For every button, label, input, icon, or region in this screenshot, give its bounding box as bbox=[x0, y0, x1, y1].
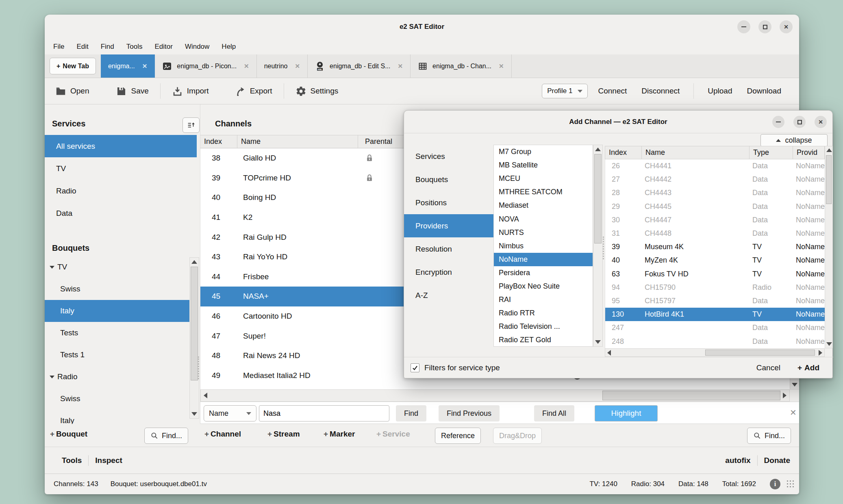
download-button[interactable]: Download bbox=[740, 87, 789, 96]
bouquet-italy-radio[interactable]: Italy bbox=[45, 410, 189, 424]
list-item-selected[interactable]: NoName bbox=[494, 253, 593, 266]
tab-close-icon[interactable]: ✕ bbox=[398, 63, 403, 70]
menu-tools[interactable]: Tools bbox=[120, 39, 149, 54]
dialog-table-vscrollbar[interactable] bbox=[825, 146, 833, 348]
add-channel-button[interactable]: +Channel bbox=[204, 430, 241, 439]
list-item[interactable]: Persidera bbox=[494, 266, 593, 280]
list-item[interactable]: Nimbus bbox=[494, 239, 593, 253]
list-item[interactable]: RAI bbox=[494, 293, 593, 306]
find-all-button[interactable]: Find All bbox=[534, 405, 574, 421]
list-item[interactable]: MB Satellite bbox=[494, 159, 593, 172]
table-row[interactable]: 27CH4442DataNoName bbox=[605, 173, 825, 186]
sidebar-item-tv[interactable]: TV bbox=[45, 157, 197, 180]
inspect-button[interactable]: Inspect bbox=[95, 456, 122, 465]
list-item[interactable]: Radio Television ... bbox=[494, 320, 593, 333]
profile-select[interactable]: Profile 1 bbox=[542, 84, 587, 98]
tab-close-icon[interactable]: ✕ bbox=[499, 63, 504, 70]
bouquet-tests[interactable]: Tests bbox=[45, 322, 189, 344]
resize-grip[interactable] bbox=[786, 480, 795, 489]
category-providers-selected[interactable]: Providers bbox=[404, 214, 493, 237]
collapse-button[interactable]: collapse bbox=[760, 134, 828, 147]
menu-file[interactable]: File bbox=[47, 39, 70, 54]
table-row[interactable]: 30CH4447DataNoName bbox=[605, 213, 825, 227]
scroll-down-icon[interactable] bbox=[792, 383, 797, 387]
column-index[interactable]: Index bbox=[605, 146, 642, 159]
column-name[interactable]: Name bbox=[642, 146, 750, 159]
add-stream-button[interactable]: +Stream bbox=[267, 430, 300, 439]
category-az[interactable]: A-Z bbox=[404, 284, 493, 307]
tab-neutrino[interactable]: neutrino ✕ bbox=[257, 54, 308, 78]
minimize-button[interactable] bbox=[737, 20, 750, 33]
category-encryption[interactable]: Encryption bbox=[404, 261, 493, 284]
scrollbar-thumb[interactable] bbox=[594, 154, 602, 243]
list-item[interactable]: NURTS bbox=[494, 226, 593, 239]
upload-button[interactable]: Upload bbox=[700, 87, 739, 96]
dialog-close-button[interactable]: ✕ bbox=[815, 116, 827, 128]
sidebar-item-all-services[interactable]: All services bbox=[45, 135, 197, 157]
find-channel-button[interactable]: Find... bbox=[747, 428, 791, 444]
table-row[interactable]: 94CH15790RadioNoName bbox=[605, 281, 825, 294]
dialog-titlebar[interactable]: Add Channel — e2 SAT Editor ✕ bbox=[404, 111, 832, 133]
bouquet-tests1[interactable]: Tests 1 bbox=[45, 344, 189, 366]
bouquet-tv[interactable]: TV bbox=[45, 256, 189, 278]
sidebar-item-data[interactable]: Data bbox=[45, 202, 197, 224]
splitter-handle[interactable] bbox=[198, 356, 200, 379]
scroll-down-icon[interactable] bbox=[595, 340, 601, 344]
sidebar-item-radio[interactable]: Radio bbox=[45, 180, 197, 202]
column-name[interactable]: Name bbox=[237, 135, 358, 148]
tab-close-icon[interactable]: ✕ bbox=[244, 63, 249, 70]
table-row[interactable]: 248DataNoName bbox=[605, 335, 825, 348]
maximize-button[interactable] bbox=[758, 20, 771, 33]
export-button[interactable]: Export bbox=[230, 86, 277, 97]
tab-close-icon[interactable]: ✕ bbox=[295, 63, 300, 70]
search-input[interactable] bbox=[259, 405, 389, 421]
menu-editor[interactable]: Editor bbox=[148, 39, 178, 54]
cancel-button[interactable]: Cancel bbox=[756, 363, 780, 372]
table-row[interactable]: 31CH4448DataNoName bbox=[605, 227, 825, 240]
table-row[interactable]: 28CH4443DataNoName bbox=[605, 186, 825, 200]
scrollbar-thumb[interactable] bbox=[602, 391, 780, 400]
scroll-up-icon[interactable] bbox=[826, 148, 832, 152]
scroll-up-icon[interactable] bbox=[595, 148, 601, 151]
column-provider[interactable]: Provid bbox=[793, 146, 824, 159]
list-item[interactable]: Mediaset bbox=[494, 199, 593, 212]
add-bouquet-button[interactable]: +Bouquet bbox=[50, 430, 87, 439]
column-type[interactable]: Type bbox=[750, 146, 793, 159]
scroll-right-icon[interactable] bbox=[783, 393, 787, 398]
scrollbar-thumb[interactable] bbox=[191, 267, 198, 380]
add-marker-button[interactable]: +Marker bbox=[324, 430, 355, 439]
list-item[interactable]: PlayBox Neo Suite bbox=[494, 280, 593, 293]
caret-down-icon[interactable] bbox=[50, 266, 54, 269]
scroll-down-icon[interactable] bbox=[191, 412, 197, 416]
list-item[interactable]: MCEU bbox=[494, 172, 593, 185]
menu-find[interactable]: Find bbox=[95, 39, 120, 54]
connect-button[interactable]: Connect bbox=[591, 87, 634, 96]
save-button[interactable]: Save bbox=[111, 86, 153, 97]
close-find-icon[interactable]: ✕ bbox=[790, 408, 797, 417]
list-item[interactable]: Radio ZET Gold bbox=[494, 333, 593, 347]
scroll-left-icon[interactable] bbox=[204, 393, 207, 398]
bouquet-swiss[interactable]: Swiss bbox=[45, 278, 189, 300]
scroll-left-icon[interactable] bbox=[607, 350, 611, 356]
find-previous-button[interactable]: Find Previous bbox=[439, 405, 500, 421]
column-index[interactable]: Index bbox=[200, 135, 237, 148]
category-bouquets[interactable]: Bouquets bbox=[404, 168, 493, 191]
tab-close-icon[interactable]: ✕ bbox=[142, 63, 148, 70]
list-item[interactable]: NOVA bbox=[494, 212, 593, 226]
reference-button[interactable]: Reference bbox=[435, 428, 481, 444]
settings-button[interactable]: Settings bbox=[291, 86, 343, 97]
bouquets-scrollbar[interactable] bbox=[189, 257, 199, 419]
table-row[interactable]: 247DataNoName bbox=[605, 321, 825, 335]
find-button[interactable]: Find bbox=[396, 405, 426, 421]
close-button[interactable]: ✕ bbox=[780, 20, 793, 33]
channels-hscrollbar[interactable] bbox=[200, 389, 790, 402]
bouquet-swiss-radio[interactable]: Swiss bbox=[45, 388, 189, 410]
bouquet-italy[interactable]: Italy bbox=[45, 300, 189, 322]
scrollbar-thumb[interactable] bbox=[826, 155, 832, 204]
category-positions[interactable]: Positions bbox=[404, 191, 493, 214]
table-row[interactable]: 40MyZen 4KTVNoName bbox=[605, 254, 825, 267]
sort-list-button[interactable] bbox=[183, 117, 200, 133]
table-row[interactable]: 63Fokus TV HDTVNoName bbox=[605, 267, 825, 281]
bouquet-radio[interactable]: Radio bbox=[45, 366, 189, 388]
tab-edit-xml[interactable]: XML enigma_db - Edit S... ✕ bbox=[308, 54, 411, 78]
